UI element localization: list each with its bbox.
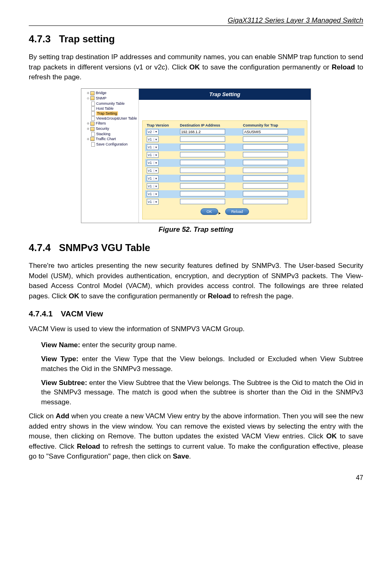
section-4-7-3-heading: 4.7.3Trap setting <box>29 33 363 45</box>
tree-vgu[interactable]: View&Group&User Table <box>82 116 138 121</box>
tree-community[interactable]: Community Table <box>82 101 138 106</box>
version-select[interactable]: v1▼ <box>147 136 159 142</box>
tree-filters[interactable]: ⊕Filters <box>82 121 138 126</box>
trap-setting-screenshot: ⊕Bridge ⊖SNMP Community Table Host Table… <box>81 88 311 223</box>
table-row: v1▼ <box>145 182 304 190</box>
section-title: Trap setting <box>59 33 115 44</box>
ok-button[interactable]: OK <box>201 208 218 215</box>
trap-panel: Trap Version Destination IP Address Comm… <box>142 120 307 219</box>
version-select[interactable]: v1▼ <box>147 199 159 205</box>
table-row: v1▼ <box>145 190 304 198</box>
col-trap-version: Trap Version <box>145 122 178 128</box>
community-input[interactable] <box>243 136 288 142</box>
community-input[interactable] <box>243 191 288 196</box>
table-row: v1▼ <box>145 159 304 167</box>
tree-bridge[interactable]: ⊕Bridge <box>82 90 138 96</box>
tree-stacking[interactable]: Stacking <box>82 131 138 136</box>
community-input[interactable] <box>243 152 288 157</box>
version-select[interactable]: v1▼ <box>147 191 159 197</box>
version-select[interactable]: v2▼ <box>147 129 159 135</box>
tree-host[interactable]: Host Table <box>82 106 138 111</box>
screenshot-titlebar: Trap Setting <box>139 89 311 100</box>
ip-input[interactable] <box>180 144 225 150</box>
reload-button[interactable]: Reload <box>225 208 249 215</box>
community-input[interactable] <box>243 199 288 204</box>
page-header: GigaX3112 Series Layer 3 Managed Switch <box>29 16 363 26</box>
section-4-7-4-1-heading: 4.7.4.1VACM View <box>29 309 363 318</box>
section-4-7-3-body: By setting trap destination IP addresses… <box>29 52 363 83</box>
version-select[interactable]: v1▼ <box>147 175 159 181</box>
cursor-icon: ➤ <box>218 211 221 215</box>
vacm-closing: Click on Add when you create a new VACM … <box>29 411 363 462</box>
ip-input[interactable] <box>180 199 225 204</box>
section-number: 4.7.3 <box>29 33 51 45</box>
ip-input[interactable] <box>180 175 225 181</box>
section-4-7-4-heading: 4.7.4SNMPv3 VGU Table <box>29 242 363 254</box>
table-row: v2▼192.168.1.2ASUSMIS <box>145 128 304 136</box>
ip-input[interactable] <box>180 191 225 196</box>
version-select[interactable]: v1▼ <box>147 168 159 173</box>
tree-trap[interactable]: Trap Setting <box>82 111 138 116</box>
community-input[interactable] <box>243 183 288 189</box>
community-input[interactable] <box>243 144 288 150</box>
table-row: v1▼ <box>145 198 304 206</box>
figure-caption: Figure 52. Trap setting <box>29 226 363 234</box>
trap-table: Trap Version Destination IP Address Comm… <box>145 122 304 206</box>
nav-tree: ⊕Bridge ⊖SNMP Community Table Host Table… <box>81 89 139 223</box>
view-subtree-item: View Subtree: enter the View Subtree tha… <box>41 378 363 407</box>
community-input[interactable] <box>243 160 288 165</box>
ip-input[interactable] <box>180 168 225 173</box>
tree-security[interactable]: ⊕Security <box>82 126 138 131</box>
community-input[interactable]: ASUSMIS <box>243 129 288 134</box>
ip-input[interactable] <box>180 152 225 157</box>
view-name-item: View Name: enter the security group name… <box>41 340 363 350</box>
ip-input[interactable]: 192.168.1.2 <box>180 129 225 134</box>
vacm-intro: VACM View is used to view the informatio… <box>29 324 363 334</box>
version-select[interactable]: v1▼ <box>147 183 159 189</box>
table-row: v1▼ <box>145 136 304 143</box>
table-row: v1▼ <box>145 175 304 182</box>
community-input[interactable] <box>243 168 288 173</box>
table-row: v1▼ <box>145 151 304 159</box>
tree-traffic[interactable]: ⊕Traffic Chart <box>82 136 138 142</box>
col-community: Community for Trap <box>241 122 304 128</box>
community-input[interactable] <box>243 175 288 181</box>
ip-input[interactable] <box>180 136 225 142</box>
ip-input[interactable] <box>180 160 225 165</box>
subsection-title: VACM View <box>61 309 103 318</box>
tree-snmp[interactable]: ⊖SNMP <box>82 96 138 101</box>
screenshot-main: Trap Setting Trap Version Destination IP… <box>139 89 311 223</box>
col-dest-ip: Destination IP Address <box>178 122 242 128</box>
section-4-7-4-body: There're two articles presenting the new… <box>29 261 363 302</box>
table-row: v1▼ <box>145 167 304 175</box>
page-number: 47 <box>29 474 363 482</box>
table-row: v1▼ <box>145 143 304 151</box>
version-select[interactable]: v1▼ <box>147 160 159 166</box>
subsection-number: 4.7.4.1 <box>29 309 53 318</box>
tree-save[interactable]: Save Configuration <box>82 142 138 147</box>
section-title: SNMPv3 VGU Table <box>59 242 150 253</box>
version-select[interactable]: v1▼ <box>147 144 159 150</box>
section-number: 4.7.4 <box>29 242 51 254</box>
version-select[interactable]: v1▼ <box>147 152 159 158</box>
button-row: OK➤ Reload <box>145 208 304 215</box>
ip-input[interactable] <box>180 183 225 189</box>
view-type-item: View Type: enter the View Type that the … <box>41 354 363 374</box>
